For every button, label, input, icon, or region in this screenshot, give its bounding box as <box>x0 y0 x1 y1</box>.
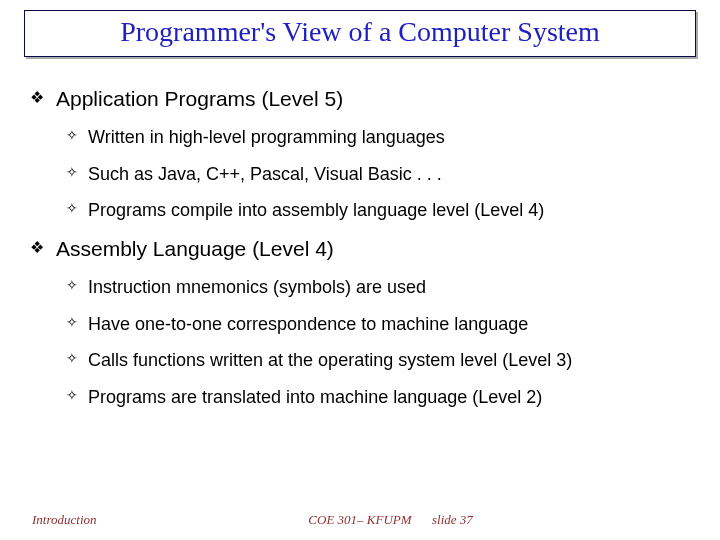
level2-text: Programs are translated into machine lan… <box>88 387 542 407</box>
level1-item: ❖ Application Programs (Level 5) <box>30 86 690 112</box>
diamond-open-bullet-icon: ✧ <box>66 200 78 218</box>
level1-text: Assembly Language (Level 4) <box>56 237 334 260</box>
level2-item: ✧ Programs compile into assembly languag… <box>66 199 690 222</box>
footer-right: slide 37 <box>432 512 473 528</box>
title-box: Programmer's View of a Computer System <box>24 10 696 57</box>
slide-body: ❖ Application Programs (Level 5) ✧ Writt… <box>30 78 690 422</box>
level2-item: ✧ Calls functions written at the operati… <box>66 349 690 372</box>
level1-item: ❖ Assembly Language (Level 4) <box>30 236 690 262</box>
level2-text: Instruction mnemonics (symbols) are used <box>88 277 426 297</box>
level2-item: ✧ Have one-to-one correspondence to mach… <box>66 313 690 336</box>
level2-text: Programs compile into assembly language … <box>88 200 544 220</box>
level2-text: Written in high-level programming langua… <box>88 127 445 147</box>
level2-item: ✧ Written in high-level programming lang… <box>66 126 690 149</box>
footer: Introduction COE 301– KFUPM slide 37 <box>0 508 720 528</box>
level1-text: Application Programs (Level 5) <box>56 87 343 110</box>
diamond-open-bullet-icon: ✧ <box>66 314 78 332</box>
diamond-open-bullet-icon: ✧ <box>66 277 78 295</box>
diamond-open-bullet-icon: ✧ <box>66 164 78 182</box>
level2-item: ✧ Instruction mnemonics (symbols) are us… <box>66 276 690 299</box>
level2-item: ✧ Programs are translated into machine l… <box>66 386 690 409</box>
diamond-bullet-icon: ❖ <box>30 238 44 258</box>
diamond-open-bullet-icon: ✧ <box>66 350 78 368</box>
footer-center: COE 301– KFUPM <box>0 512 720 528</box>
level2-text: Such as Java, C++, Pascal, Visual Basic … <box>88 164 442 184</box>
diamond-open-bullet-icon: ✧ <box>66 127 78 145</box>
level2-item: ✧ Such as Java, C++, Pascal, Visual Basi… <box>66 163 690 186</box>
slide: Programmer's View of a Computer System ❖… <box>0 0 720 540</box>
diamond-open-bullet-icon: ✧ <box>66 387 78 405</box>
slide-title: Programmer's View of a Computer System <box>35 17 685 48</box>
diamond-bullet-icon: ❖ <box>30 88 44 108</box>
level2-text: Have one-to-one correspondence to machin… <box>88 314 528 334</box>
level2-text: Calls functions written at the operating… <box>88 350 572 370</box>
